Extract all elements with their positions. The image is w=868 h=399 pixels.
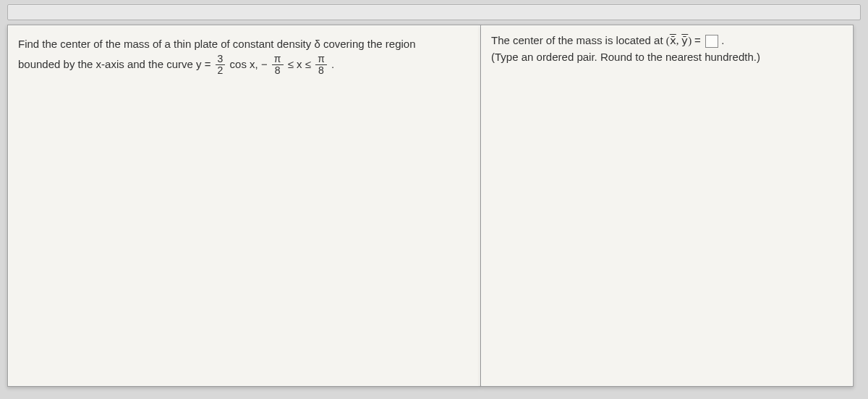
- frac-den: 2: [216, 65, 226, 76]
- answer-panel: The center of the mass is located at (x̄…: [481, 25, 854, 387]
- frac-num: π: [272, 54, 284, 65]
- answer-hint: (Type an ordered pair. Round to the near…: [491, 51, 843, 63]
- fraction-pi-over-8-right: π 8: [315, 54, 327, 77]
- x-bar-symbol: x̄: [670, 35, 676, 46]
- answer-line: The center of the mass is located at (x̄…: [491, 34, 843, 48]
- problem-line2d: .: [331, 58, 334, 70]
- question-panel: Find the center of the mass of a thin pl…: [7, 25, 481, 387]
- problem-text: Find the center of the mass of a thin pl…: [18, 34, 470, 77]
- equals-sign: =: [694, 34, 704, 46]
- problem-line2c: ≤ x ≤: [288, 58, 314, 70]
- period: .: [721, 34, 724, 46]
- content-row: Find the center of the mass of a thin pl…: [7, 25, 861, 387]
- frac-num: 3: [216, 54, 226, 65]
- frac-den: 8: [315, 65, 327, 76]
- problem-line2a: bounded by the x-axis and the curve y =: [18, 58, 210, 70]
- app-frame: Find the center of the mass of a thin pl…: [0, 0, 868, 399]
- answer-prefix: The center of the mass is located at: [491, 34, 666, 46]
- fraction-pi-over-8-left: π 8: [272, 54, 284, 77]
- frac-num: π: [315, 54, 327, 65]
- y-bar-symbol: ȳ: [681, 35, 688, 46]
- answer-tuple: (x̄, ȳ): [666, 35, 694, 46]
- frac-den: 8: [272, 65, 284, 76]
- fraction-three-halves: 3 2: [216, 54, 226, 77]
- paren-close: ): [688, 35, 692, 46]
- problem-line2b: cos x, −: [230, 58, 268, 70]
- problem-line1: Find the center of the mass of a thin pl…: [18, 38, 416, 50]
- window-toolbar: [7, 4, 861, 20]
- answer-input[interactable]: [705, 35, 718, 48]
